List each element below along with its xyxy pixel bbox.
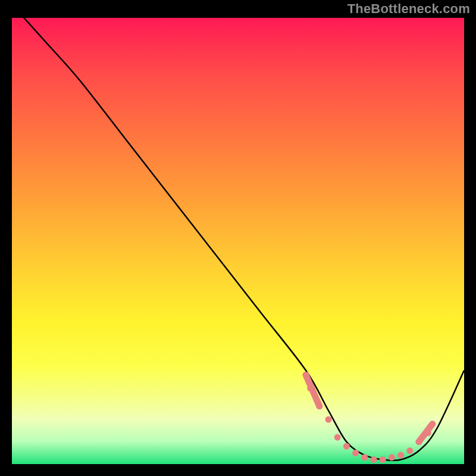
marker-point [371, 456, 377, 463]
marker-point [397, 452, 404, 459]
marker-point [343, 443, 350, 450]
watermark-label: TheBottleneck.com [347, 1, 470, 17]
curve-path [12, 18, 464, 461]
marker-point [406, 447, 413, 454]
marker-point [334, 434, 341, 441]
marker-point [352, 450, 359, 456]
bottleneck-curve [12, 18, 464, 464]
marker-point [325, 416, 332, 423]
marker-point [361, 454, 368, 461]
marker-point [380, 456, 386, 463]
marker-point [389, 454, 395, 461]
curve-markers [306, 375, 433, 463]
